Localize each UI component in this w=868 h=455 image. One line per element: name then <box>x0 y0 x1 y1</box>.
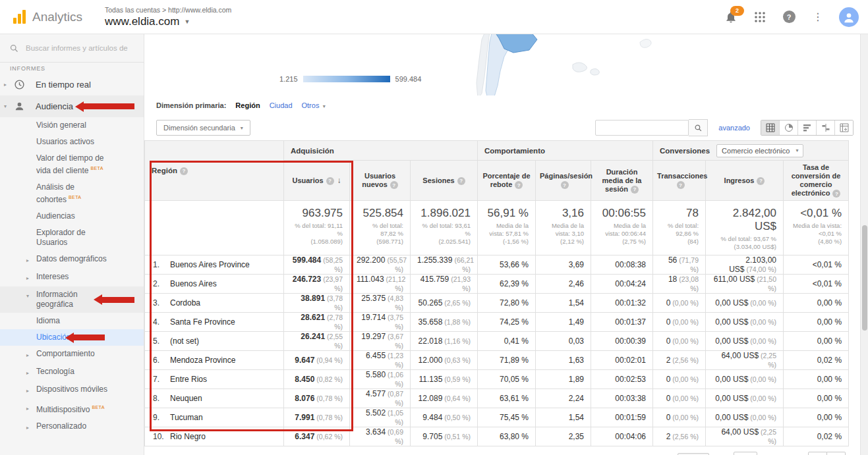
apps-button[interactable] <box>752 9 768 25</box>
view-comparison-button[interactable] <box>816 120 834 135</box>
sidebar-item-audiencias[interactable]: Audiencias <box>0 208 144 225</box>
sidebar-item-multidispositivo[interactable]: ▸MultidispositivoBETA <box>0 399 144 418</box>
table-row[interactable]: 3.Cordoba38.891(3,78 %)25.375(4,83 %)50.… <box>145 294 849 313</box>
property-selector[interactable]: www.eldia.com ▼ <box>105 15 231 28</box>
apps-grid-icon <box>754 11 766 23</box>
sidebar-item-dispositivos-moviles[interactable]: ▸Dispositivos móviles <box>0 381 144 399</box>
sidebar-search[interactable]: Buscar informes y artículos de <box>0 34 144 63</box>
sidebar-item-tecnologia[interactable]: ▸Tecnología <box>0 363 144 381</box>
table-row[interactable]: 1.Buenos Aires Province599.484(58,25 %)2… <box>145 255 849 275</box>
help-icon: ? <box>757 177 765 185</box>
user-icon <box>842 11 855 24</box>
region-cell: 3.Cordoba <box>145 294 284 313</box>
metric-cell: 0,00 US$(0,00 %) <box>706 294 784 313</box>
sidebar-item-atribucion[interactable]: AtribuciónBETA <box>0 449 144 455</box>
primary-dimension-option-otros[interactable]: Otros ▾ <box>302 101 326 109</box>
sidebar-item-usuarios-activos[interactable]: Usuarios activos <box>0 134 144 150</box>
sidebar-item-label: Audiencia <box>36 101 73 111</box>
table-row[interactable]: 5.(not set)26.241(2,55 %)19.297(3,67 %)2… <box>145 332 849 351</box>
metric-cell: 0,00 US$(0,00 %) <box>706 408 784 427</box>
sidebar-item-audiencia[interactable]: ▾Audiencia <box>0 95 144 117</box>
avatar[interactable] <box>839 7 859 27</box>
column-header-region[interactable]: Región? <box>145 141 284 201</box>
table-totals-row: 963.975% del total: 91,11 %(1.058.089)52… <box>145 201 849 255</box>
sidebar-item-idioma[interactable]: Idioma <box>0 313 144 329</box>
sidebar-item-comportamiento[interactable]: ▸Comportamiento <box>0 346 144 363</box>
view-pivot-button[interactable] <box>834 120 853 135</box>
primary-dimension-option-ciudad[interactable]: Ciudad <box>270 101 293 109</box>
table-row[interactable]: 6.Mendoza Province9.647(0,94 %)6.455(1,2… <box>145 351 849 370</box>
sidebar-item-label: MultidispositivoBETA <box>36 402 105 415</box>
sidebar-item-informacion-geografica[interactable]: ▾Información geográfica <box>0 286 144 313</box>
table-row[interactable]: 2.Buenos Aires246.723(23,97 %)111.043(21… <box>145 275 849 294</box>
sidebar-item-vision-general[interactable]: Visión general <box>0 117 144 134</box>
scrollbar-thumb[interactable] <box>862 225 867 331</box>
column-header-transacciones[interactable]: Transacciones? <box>653 161 706 201</box>
chevron-right-icon: ▸ <box>26 421 36 433</box>
more-options-button[interactable]: ⋮ <box>810 9 826 25</box>
table-row[interactable]: 7.Entre Rios8.450(0,82 %)5.580(1,06 %)11… <box>145 370 849 389</box>
top-bar: Analytics Todas las cuentas > http://www… <box>0 0 868 34</box>
ecommerce-selector-value: Comercio electrónico <box>722 147 790 155</box>
column-header-porcentaje-de-rebote[interactable]: Porcentaje de rebote? <box>478 161 536 201</box>
advanced-link[interactable]: avanzado <box>718 124 750 132</box>
metric-cell: 3,69 <box>536 255 591 275</box>
ecommerce-selector[interactable]: Comercio electrónico▾ <box>716 144 803 157</box>
column-header-tasa-de-conversion-de-comercio-electronico[interactable]: Tasa de conversión de comercio electróni… <box>784 161 849 201</box>
table-row[interactable]: 8.Neuquen8.076(0,78 %)4.577(0,87 %)12.08… <box>145 389 849 408</box>
metric-cell: 0,02 % <box>784 427 849 446</box>
sidebar-item-personalizado[interactable]: ▸Personalizado <box>0 418 144 436</box>
metric-cell: 00:08:38 <box>591 255 653 275</box>
sidebar-item-valor-del-tiempo-de-vida-del-cliente[interactable]: Valor del tiempo de vida del clienteBETA <box>0 150 144 179</box>
sidebar: Buscar informes y artículos de INFORMES … <box>0 34 144 455</box>
column-header-duracion-media-de-la-sesion[interactable]: Duración media de la sesión? <box>591 161 653 201</box>
table-row[interactable]: 4.Santa Fe Province28.621(2,78 %)19.714(… <box>145 313 849 332</box>
help-button[interactable]: ? <box>781 9 797 25</box>
chevron-spacer <box>26 153 36 155</box>
column-header-label: Sesiones <box>422 176 454 184</box>
sidebar-item-en-tiempo-real[interactable]: ▸En tiempo real <box>0 74 144 95</box>
metric-cell: 0(0,00 %) <box>653 370 706 389</box>
goto-page-input[interactable] <box>734 452 757 455</box>
page-scrollbar[interactable] <box>860 34 868 455</box>
help-icon: ? <box>390 181 398 189</box>
column-header-paginas-sesion[interactable]: Páginas/sesión? <box>536 161 591 201</box>
table-search-button[interactable] <box>689 119 708 136</box>
column-header-usuarios-nuevos[interactable]: Usuarios nuevos? <box>350 161 411 201</box>
sidebar-item-intereses[interactable]: ▸Intereses <box>0 269 144 286</box>
view-performance-button[interactable] <box>797 120 816 135</box>
metric-cell: 0,00 US$(0,00 %) <box>706 389 784 408</box>
sidebar-item-analisis-de-cohortes[interactable]: Análisis de cohortesBETA <box>0 179 144 208</box>
metric-cell: 9.647(0,94 %) <box>284 351 350 370</box>
metric-cell: 00:01:32 <box>591 294 653 313</box>
view-percentage-button[interactable] <box>779 120 797 135</box>
sidebar-item-label: Dispositivos móviles <box>36 385 107 394</box>
sidebar-item-explorador-de-usuarios[interactable]: Explorador de Usuarios <box>0 225 144 251</box>
sidebar-item-label: Visión general <box>36 120 86 130</box>
chevron-right-icon: ▸ <box>26 349 36 360</box>
column-header-usuarios[interactable]: Usuarios?↓ <box>284 161 350 201</box>
primary-dimension-option-region[interactable]: Región <box>235 101 260 109</box>
secondary-dimension-button[interactable]: Dimensión secundaria ▾ <box>156 120 250 136</box>
table-search-input[interactable] <box>595 120 689 136</box>
map-legend: 1.215 599.484 <box>279 75 421 83</box>
next-page-button[interactable]: › <box>827 452 846 455</box>
notifications-button[interactable]: 2 <box>723 9 739 25</box>
help-icon: ? <box>326 177 334 185</box>
metric-cell: 00:04:24 <box>591 275 653 294</box>
totals-cell: 3,16Media de la vista: 3,10(2,12 %) <box>536 201 591 255</box>
previous-page-button[interactable]: ‹ <box>808 452 827 455</box>
metric-cell: 2.103,00 US$(74,00 %) <box>706 255 784 275</box>
sidebar-item-datos-demograficos[interactable]: ▸Datos demográficos <box>0 251 144 269</box>
table-row[interactable]: 9.Tucuman7.991(0,78 %)5.502(1,05 %)9.484… <box>145 408 849 427</box>
table-row[interactable]: 10.Rio Negro6.347(0,62 %)3.634(0,69 %)9.… <box>145 427 849 446</box>
column-header-ingresos[interactable]: Ingresos? <box>706 161 784 201</box>
view-table-button[interactable] <box>761 120 779 135</box>
metric-cell: 0,00 US$(0,00 %) <box>706 370 784 389</box>
column-header-sesiones[interactable]: Sesiones? <box>411 161 478 201</box>
sidebar-item-label: Comportamiento <box>36 349 95 359</box>
metric-cell: 74,25 % <box>478 313 536 332</box>
report-table: Región?AdquisiciónComportamientoConversi… <box>144 140 849 446</box>
metric-cell: 00:01:37 <box>591 313 653 332</box>
sidebar-item-ubicacion[interactable]: Ubicación <box>0 329 144 346</box>
